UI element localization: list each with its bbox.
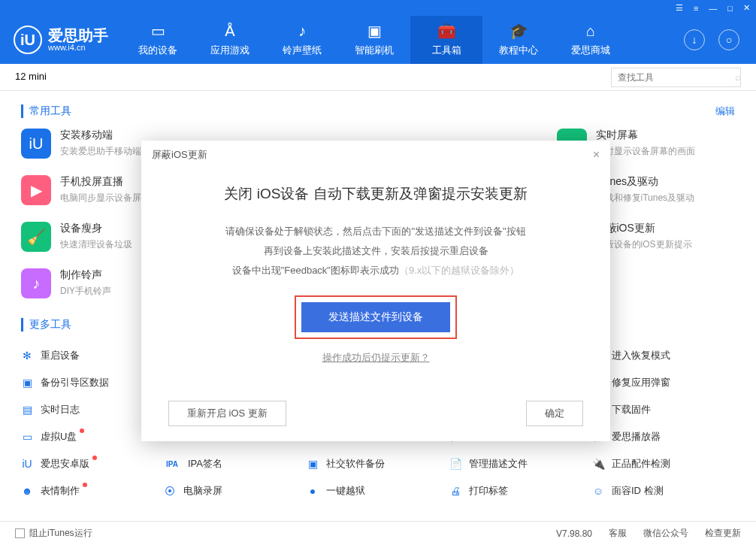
search-box[interactable]: ⌕ [611,68,741,87]
nav-icon: ▭ [151,23,165,39]
account-button[interactable]: ○ [718,29,739,50]
check-update-link[interactable]: 检查更新 [705,527,741,540]
nav-icon: 🧰 [437,23,456,39]
brand-url: www.i4.cn [48,43,108,52]
tool-label: 管理描述文件 [469,457,528,471]
tool-icon: IPA [164,458,180,470]
tool-label: 重启设备 [41,349,80,362]
feat-desc: 电脑同步显示设备屏幕 [60,192,150,204]
feat-icon: ▶ [21,175,51,205]
tool-label: 正品配件检测 [612,457,670,471]
wechat-link[interactable]: 微信公众号 [643,527,688,540]
send-profile-button[interactable]: 发送描述文件到设备 [301,302,450,332]
tool-label: 社交软件备份 [326,457,385,471]
modal-line3: 设备中出现"Feedback"图标即表示成功（9.x以下的越狱设备除外） [171,261,580,280]
tool-icon: 🖨 [449,485,461,497]
still-prompt-link[interactable]: 操作成功后仍提示更新？ [171,351,580,365]
nav-1[interactable]: Å应用游戏 [194,16,266,64]
feat-desc: DIY手机铃声 [60,285,111,298]
edit-link[interactable]: 编辑 [715,104,735,118]
reopen-update-button[interactable]: 重新开启 iOS 更新 [168,401,286,426]
main-nav: ▭我的设备Å应用游戏♪铃声壁纸▣智能刷机🧰工具箱🎓教程中心⌂爱思商城 [122,16,684,64]
feat-desc: 实时显示设备屏幕的画面 [596,145,695,158]
feat-title: 设备瘦身 [60,222,132,235]
more-item[interactable]: ⦿电脑录屏 [164,477,307,504]
more-item[interactable]: ↻进入恢复模式 [592,342,735,369]
more-item[interactable]: ●一键越狱 [307,477,449,504]
tool-label: 实时日志 [41,403,80,416]
tray-icon[interactable]: ☰ [676,3,683,13]
more-item[interactable]: ▶爱思播放器 [592,423,735,450]
close-icon[interactable]: ✕ [743,3,750,13]
feat-icon: iU [21,129,51,159]
download-button[interactable]: ↓ [684,29,705,50]
more-item[interactable]: ▣社交软件备份 [307,450,449,477]
nav-6[interactable]: ⌂爱思商城 [555,16,627,64]
tool-icon: ☺ [592,485,604,497]
feat-desc: 安装爱思助手移动端 [60,145,141,158]
nav-icon: Å [225,23,234,39]
device-tab[interactable]: 12 mini [15,71,47,83]
tool-label: 电脑录屏 [183,484,222,498]
tool-icon: 📄 [449,458,461,470]
logo-icon: iU [14,26,42,54]
nav-5[interactable]: 🎓教程中心 [482,16,555,64]
modal-title-text: 屏蔽iOS更新 [152,148,207,162]
modal-close-icon[interactable]: × [593,148,600,162]
nav-label: 智能刷机 [355,44,394,57]
tool-icon: ☻ [21,485,33,497]
block-itunes-checkbox[interactable] [15,528,25,538]
more-item[interactable]: ⬇下载固件 [592,396,735,423]
block-itunes-label: 阻止iTunes运行 [29,527,92,540]
tool-icon: ⦿ [164,485,176,497]
feat-title: 制作铃声 [60,268,111,282]
tool-label: 进入恢复模式 [612,349,670,362]
nav-label: 教程中心 [499,44,538,57]
nav-icon: ♪ [298,23,306,39]
tool-icon: ▭ [21,431,33,443]
maximize-icon[interactable]: □ [727,4,733,13]
more-item[interactable]: ☺面容ID 检测 [592,477,735,504]
nav-label: 应用游戏 [210,44,249,57]
search-icon[interactable]: ⌕ [735,71,741,83]
nav-label: 工具箱 [432,44,461,57]
nav-0[interactable]: ▭我的设备 [122,16,194,64]
feat-desc: 快速清理设备垃圾 [60,238,132,251]
tool-label: 面容ID 检测 [612,484,664,498]
menu-icon[interactable]: ≡ [694,4,698,13]
modal-heading: 关闭 iOS设备 自动下载更新及弹窗提示安装更新 [171,184,580,204]
more-item[interactable]: ☻表情制作 [21,477,164,504]
tool-label: 下载固件 [612,403,651,416]
nav-label: 爱思商城 [571,44,610,57]
more-tools-label: 更多工具 [29,318,71,332]
nav-icon: ⌂ [586,23,595,39]
brand-name: 爱思助手 [48,28,108,43]
more-item[interactable]: 🔌正品配件检测 [592,450,735,477]
nav-2[interactable]: ♪铃声壁纸 [266,16,338,64]
feat-icon: 🧹 [21,222,51,252]
minimize-icon[interactable]: — [709,4,717,13]
nav-label: 铃声壁纸 [283,44,322,57]
tool-label: 虚拟U盘 [41,430,77,444]
more-item[interactable]: IPAIPA签名 [164,450,307,477]
more-item[interactable]: iU爱思安卓版 [21,450,164,477]
more-item[interactable]: ▤修复应用弹窗 [592,369,735,396]
ok-button[interactable]: 确定 [526,401,583,426]
search-input[interactable] [618,72,730,83]
logo: iU 爱思助手 www.i4.cn [0,26,122,54]
app-header: iU 爱思助手 www.i4.cn ▭我的设备Å应用游戏♪铃声壁纸▣智能刷机🧰工… [0,16,756,64]
more-item[interactable]: 🖨打印标签 [449,477,592,504]
more-item[interactable]: 📄管理描述文件 [449,450,592,477]
customer-service-link[interactable]: 客服 [609,527,627,540]
tool-label: 打印标签 [469,484,508,498]
block-ios-update-modal: 屏蔽iOS更新 × 关闭 iOS设备 自动下载更新及弹窗提示安装更新 请确保设备… [141,141,610,441]
tool-label: 爱思播放器 [612,430,661,444]
feat-icon: ♪ [21,268,51,298]
status-bar: 阻止iTunes运行 V7.98.80 客服 微信公众号 检查更新 [0,521,756,545]
window-titlebar: ☰ ≡ — □ ✕ [0,0,756,16]
nav-4[interactable]: 🧰工具箱 [410,16,482,64]
version-label: V7.98.80 [556,528,592,539]
nav-3[interactable]: ▣智能刷机 [338,16,410,64]
feat-title: iTunes及驱动 [596,175,695,189]
nav-icon: ▣ [367,23,382,39]
